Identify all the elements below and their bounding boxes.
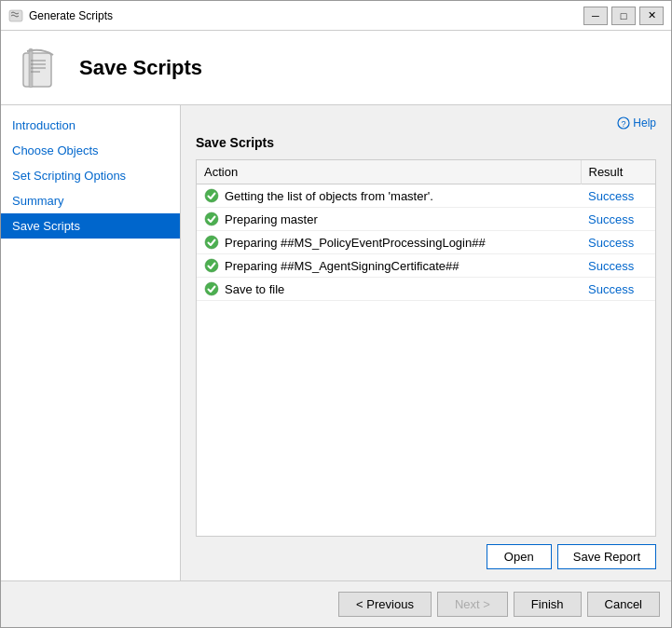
action-cell: Preparing master	[197, 208, 581, 231]
result-cell: Success	[581, 184, 655, 208]
col-action: Action	[197, 160, 581, 184]
app-icon	[8, 8, 23, 23]
action-cell: Preparing ##MS_PolicyEventProcessingLogi…	[197, 231, 581, 254]
success-icon	[204, 188, 219, 203]
minimize-button[interactable]: ─	[583, 7, 608, 25]
header-title: Save Scripts	[79, 56, 202, 80]
results-table: Action Result Getting the list of object…	[197, 160, 655, 301]
close-button[interactable]: ✕	[639, 7, 664, 25]
finish-button[interactable]: Finish	[514, 592, 582, 617]
svg-text:?: ?	[622, 119, 626, 129]
svg-point-10	[205, 236, 218, 249]
action-text: Preparing ##MS_PolicyEventProcessingLogi…	[225, 236, 486, 250]
sidebar-item-choose-objects[interactable]: Choose Objects	[1, 138, 180, 163]
sidebar-item-introduction[interactable]: Introduction	[1, 113, 180, 138]
save-report-button[interactable]: Save Report	[557, 544, 656, 569]
table-row: Save to file Success	[197, 278, 655, 301]
success-icon	[204, 258, 219, 273]
section-title: Save Scripts	[196, 135, 656, 150]
result-cell: Success	[581, 231, 655, 254]
result-cell: Success	[581, 254, 655, 278]
success-icon	[204, 235, 219, 250]
maximize-button[interactable]: □	[611, 7, 636, 25]
svg-point-11	[205, 259, 218, 272]
next-button: Next >	[437, 592, 508, 617]
window-title: Generate Scripts	[29, 9, 578, 22]
sidebar: Introduction Choose Objects Set Scriptin…	[1, 105, 181, 580]
action-cell: Getting the list of objects from 'master…	[197, 184, 581, 208]
help-section: ? Help	[196, 116, 656, 130]
action-cell: Preparing ##MS_AgentSigningCertificate##	[197, 254, 581, 278]
svg-rect-1	[23, 53, 51, 87]
success-icon	[204, 212, 219, 226]
sidebar-item-set-scripting-options[interactable]: Set Scripting Options	[1, 163, 180, 188]
action-cell: Save to file	[197, 278, 581, 301]
action-text: Getting the list of objects from 'master…	[225, 189, 433, 203]
cancel-button[interactable]: Cancel	[587, 592, 660, 617]
success-icon	[204, 281, 219, 296]
previous-button[interactable]: < Previous	[338, 592, 432, 617]
action-text: Preparing ##MS_AgentSigningCertificate##	[225, 259, 459, 273]
header-icon	[20, 46, 64, 90]
action-text: Save to file	[225, 282, 284, 296]
table-row: Getting the list of objects from 'master…	[197, 184, 655, 208]
content-area: Introduction Choose Objects Set Scriptin…	[1, 105, 671, 580]
svg-point-9	[205, 212, 218, 225]
main-panel: ? Help Save Scripts Action Result	[181, 105, 671, 580]
window-controls: ─ □ ✕	[583, 7, 664, 25]
footer: < Previous Next > Finish Cancel	[1, 580, 671, 627]
main-window: Generate Scripts ─ □ ✕ Save Scripts Intr…	[0, 0, 672, 628]
help-icon: ?	[617, 116, 630, 130]
table-row: Preparing master Success	[197, 208, 655, 231]
open-button[interactable]: Open	[487, 544, 552, 569]
sidebar-item-summary[interactable]: Summary	[1, 188, 180, 213]
svg-point-8	[205, 189, 218, 202]
bottom-buttons: Open Save Report	[196, 544, 656, 569]
results-table-container: Action Result Getting the list of object…	[196, 159, 656, 537]
header-section: Save Scripts	[1, 31, 671, 105]
sidebar-item-save-scripts[interactable]: Save Scripts	[1, 213, 180, 239]
table-row: Preparing ##MS_AgentSigningCertificate##…	[197, 254, 655, 278]
help-label[interactable]: Help	[633, 116, 656, 130]
svg-point-12	[205, 282, 218, 295]
action-text: Preparing master	[225, 212, 318, 226]
result-cell: Success	[581, 278, 655, 301]
result-cell: Success	[581, 208, 655, 231]
title-bar: Generate Scripts ─ □ ✕	[1, 1, 671, 31]
table-row: Preparing ##MS_PolicyEventProcessingLogi…	[197, 231, 655, 254]
col-result: Result	[581, 160, 655, 184]
